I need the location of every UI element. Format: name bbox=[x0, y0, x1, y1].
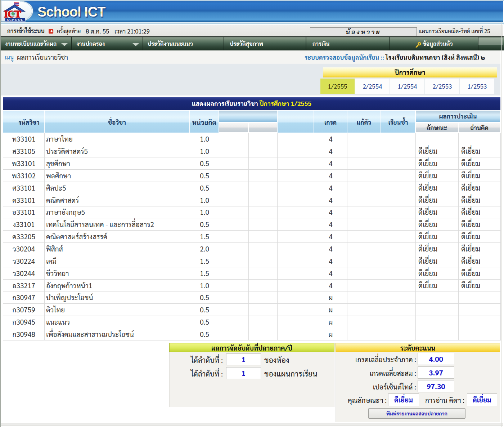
svg-text:SCHOOL: SCHOOL bbox=[6, 18, 23, 22]
svg-text:School ICT: School ICT bbox=[37, 4, 105, 19]
